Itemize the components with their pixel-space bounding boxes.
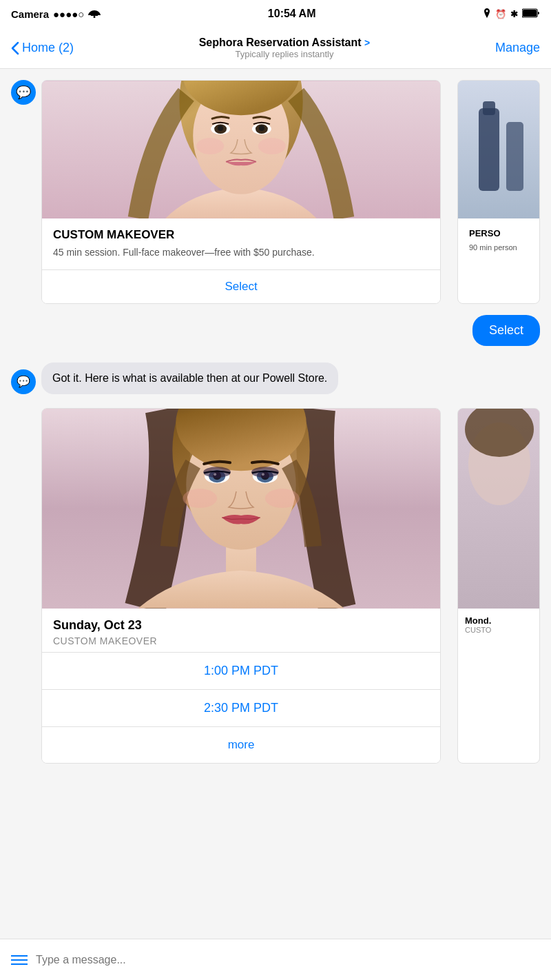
date-service-type: CUSTOM MAKEOVER (53, 635, 429, 646)
svg-rect-1 (523, 10, 537, 17)
partial-card-title: PERSO (469, 228, 528, 238)
battery-icon (522, 8, 540, 20)
bluetooth-icon: ✱ (510, 9, 518, 19)
status-right: ⏰ ✱ (483, 8, 540, 20)
svg-point-34 (183, 489, 217, 508)
bot-avatar-2: 💬 (11, 369, 36, 394)
svg-rect-17 (483, 101, 495, 115)
makeover-card-body: CUSTOM MAKEOVER 45 min session. Full-fac… (42, 218, 440, 269)
time-slot-1[interactable]: 1:00 PM PDT (42, 652, 440, 689)
partial-service-card: PERSO 90 min person (457, 80, 540, 304)
nav-subtitle: Typically replies instantly (199, 49, 371, 59)
wifi-icon (88, 8, 101, 20)
alarm-icon: ⏰ (495, 9, 506, 19)
date-card-image (42, 409, 440, 609)
date-title: Sunday, Oct 23 (53, 618, 429, 633)
user-select-row: Select (0, 309, 551, 351)
location-icon (483, 8, 491, 20)
svg-point-14 (258, 138, 286, 154)
service-card-makeover: CUSTOM MAKEOVER 45 min session. Full-fac… (41, 80, 441, 304)
svg-rect-16 (479, 108, 499, 191)
nav-title: Sephora Reservation Assistant > (199, 37, 371, 49)
svg-point-9 (218, 125, 223, 131)
svg-rect-18 (506, 122, 523, 191)
partial-date-info: Mond. CUSTO (458, 609, 539, 641)
makeover-card-title: CUSTOM MAKEOVER (53, 228, 429, 242)
bot-avatar: 💬 (11, 80, 36, 105)
manage-button[interactable]: Manage (495, 41, 540, 55)
partial-card-desc: 90 min person (469, 243, 528, 253)
back-button[interactable]: Home (2) (11, 41, 74, 55)
makeover-select-button[interactable]: Select (42, 269, 440, 303)
status-bar: Camera ●●●●○ 10:54 AM ⏰ ✱ (0, 0, 551, 28)
nav-center: Sephora Reservation Assistant > Typicall… (199, 37, 371, 59)
user-select-bubble[interactable]: Select (472, 315, 540, 346)
makeover-card-desc: 45 min session. Full-face makeover—free … (53, 246, 429, 260)
svg-point-13 (196, 138, 224, 154)
date-card-info: Sunday, Oct 23 CUSTOM MAKEOVER (42, 609, 440, 652)
second-carousel-section: Sunday, Oct 23 CUSTOM MAKEOVER 1:00 PM P… (0, 408, 551, 764)
carrier-label: Camera (11, 8, 49, 20)
menu-icon[interactable] (11, 955, 28, 965)
chat-area: 💬 (0, 69, 551, 951)
nav-bar: Home (2) Sephora Reservation Assistant >… (0, 28, 551, 69)
partial-date-title: Mond. (465, 615, 532, 626)
back-label: Home (2) (22, 41, 74, 55)
date-card-sunday: Sunday, Oct 23 CUSTOM MAKEOVER 1:00 PM P… (41, 408, 441, 764)
time-slot-2[interactable]: 2:30 PM PDT (42, 689, 440, 726)
signal-dots: ●●●●○ (53, 8, 84, 20)
partial-date-card: Mond. CUSTO (457, 408, 540, 764)
first-carousel-section: 💬 (0, 80, 551, 304)
partial-date-service: CUSTO (465, 626, 532, 634)
svg-point-12 (259, 125, 264, 131)
more-times-button[interactable]: more (42, 726, 440, 763)
partial-card-body: PERSO 90 min person (458, 218, 539, 263)
status-left: Camera ●●●●○ (11, 8, 101, 20)
bot-message-bubble: Got it. Here is what is available then a… (41, 363, 338, 394)
bot-message-row: 💬 Got it. Here is what is available then… (0, 357, 551, 400)
makeover-card-image (42, 81, 440, 218)
status-time: 10:54 AM (268, 8, 316, 20)
svg-point-35 (265, 489, 300, 508)
message-input[interactable] (36, 954, 540, 966)
partial-date-image (458, 409, 539, 609)
nav-title-arrow: > (364, 37, 370, 48)
partial-card-image (458, 81, 539, 218)
message-input-bar (0, 939, 551, 980)
